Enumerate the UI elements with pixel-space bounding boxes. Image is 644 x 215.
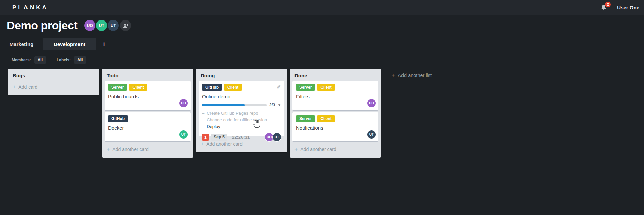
card-title: Docker (108, 125, 187, 131)
avatar[interactable]: UO (84, 20, 95, 31)
tasks-progress: 2/3 ▼ (202, 103, 281, 108)
list-title[interactable]: Doing (196, 69, 287, 81)
card-notifications[interactable]: Server Client Notifications UT (292, 112, 378, 141)
plus-icon: + (107, 147, 110, 152)
label-client: Client (224, 84, 242, 91)
avatar: UO (265, 133, 273, 141)
task-text: Create GitHub Pages repo (207, 111, 258, 116)
person-add-icon (123, 23, 129, 28)
chevron-down-icon[interactable]: ▼ (278, 103, 281, 107)
board-tabs: Marketing Development + (0, 38, 644, 50)
labels-filter-value[interactable]: All (74, 56, 86, 64)
label-github: GitHub (108, 115, 128, 122)
avatar: UT (273, 133, 281, 141)
task-item: –Change code for offline version (202, 117, 281, 123)
planka-logo[interactable]: PLANKA (12, 4, 48, 11)
plus-icon: + (201, 141, 204, 147)
list-done: Done Server Client Filters UO Server Cli… (290, 69, 381, 158)
avatar: UT (367, 130, 376, 139)
card-labels: GitHub Client (202, 84, 281, 91)
task-dash: – (202, 124, 204, 129)
add-another-list-button[interactable]: + Add another list (384, 69, 432, 78)
card-filters[interactable]: Server Client Filters UO (292, 81, 378, 110)
card-labels: GitHub (108, 115, 187, 122)
project-members: UO UT UT (84, 20, 131, 31)
add-another-card-button[interactable]: + Add another card (102, 143, 193, 157)
label-client: Client (129, 84, 147, 91)
label-server: Server (296, 115, 315, 122)
notification-count-badge: 2 (605, 2, 611, 7)
timer-value[interactable]: 22:26:31 (232, 135, 250, 140)
tab-marketing[interactable]: Marketing (0, 38, 43, 50)
add-card-label: Add card (18, 84, 37, 90)
members-filter-label: Members: (12, 58, 31, 62)
add-card-label: Add another card (300, 147, 336, 152)
card-title: Online demo (202, 94, 281, 99)
labels-filter-label: Labels: (57, 58, 71, 62)
card-title: Filters (296, 94, 375, 99)
filter-row: Members: All Labels: All (12, 56, 93, 64)
plus-icon: + (102, 40, 106, 48)
label-client: Client (317, 115, 335, 122)
list-title[interactable]: Done (290, 69, 381, 81)
card-labels: Server Client (296, 84, 375, 91)
project-title[interactable]: Demo project (7, 19, 77, 32)
card-public-boards[interactable]: Server Client Public boards UO (105, 81, 191, 110)
add-card-button[interactable]: + Add card (8, 81, 99, 94)
card-title: Notifications (296, 125, 375, 131)
board: Bugs + Add card Todo Server Client Publi… (8, 69, 432, 158)
members-filter-value[interactable]: All (34, 56, 46, 64)
add-another-card-button[interactable]: + Add another card (290, 143, 381, 157)
task-dash: – (202, 117, 204, 122)
app-bar: PLANKA 2 User One (0, 0, 644, 15)
progress-bar (202, 104, 267, 106)
project-header: Demo project UO UT UT (7, 19, 131, 32)
task-dash: – (202, 111, 204, 116)
task-text: Deploy (207, 124, 220, 129)
progress-label[interactable]: 2/3 (269, 103, 275, 108)
list-doing: Doing GitHub Client ✎ Online demo 2/3 ▼ … (196, 69, 287, 152)
list-title[interactable]: Todo (102, 69, 193, 81)
add-card-label: Add another card (112, 147, 148, 152)
avatar: UO (179, 99, 188, 108)
plus-icon: + (392, 73, 395, 78)
notifications-button[interactable]: 2 (600, 4, 608, 12)
list-title[interactable]: Bugs (8, 69, 99, 81)
label-client: Client (317, 84, 335, 91)
add-board-button[interactable]: + (96, 38, 112, 50)
card-labels: Server Client (108, 84, 187, 91)
due-date-badge[interactable]: Sep 5 (211, 134, 227, 141)
plus-icon: + (294, 147, 298, 152)
tab-development[interactable]: Development (43, 38, 96, 50)
card-title: Public boards (108, 94, 187, 99)
avatar: UT (179, 130, 188, 139)
card-online-demo[interactable]: GitHub Client ✎ Online demo 2/3 ▼ –Creat… (199, 81, 284, 136)
task-text: Change code for offline version (207, 117, 267, 122)
card-docker[interactable]: GitHub Docker UT (105, 112, 191, 141)
label-server: Server (296, 84, 315, 91)
avatar[interactable]: UT (108, 20, 119, 31)
task-list: –Create GitHub Pages repo –Change code f… (202, 110, 281, 130)
user-menu[interactable]: User One (617, 5, 639, 10)
card-avatars: UO UT (266, 133, 281, 141)
card-meta: 1 Sep 5 22:26:31 UO UT (202, 133, 281, 141)
add-member-button[interactable] (120, 20, 131, 31)
list-todo: Todo Server Client Public boards UO GitH… (102, 69, 193, 158)
plus-icon: + (13, 84, 16, 90)
app-bar-right: 2 User One (600, 0, 639, 15)
label-github: GitHub (202, 84, 222, 91)
edit-card-icon[interactable]: ✎ (277, 84, 281, 89)
card-labels: Server Client (296, 115, 375, 122)
label-server: Server (108, 84, 127, 91)
add-card-label: Add another card (206, 141, 242, 147)
add-list-label: Add another list (398, 73, 432, 78)
task-item: –Deploy (202, 123, 281, 130)
card-notification-badge: 1 (202, 134, 209, 141)
progress-fill (202, 104, 245, 106)
task-item: –Create GitHub Pages repo (202, 110, 281, 117)
list-bugs: Bugs + Add card (8, 69, 99, 95)
avatar[interactable]: UT (96, 20, 107, 31)
avatar: UO (367, 99, 376, 108)
